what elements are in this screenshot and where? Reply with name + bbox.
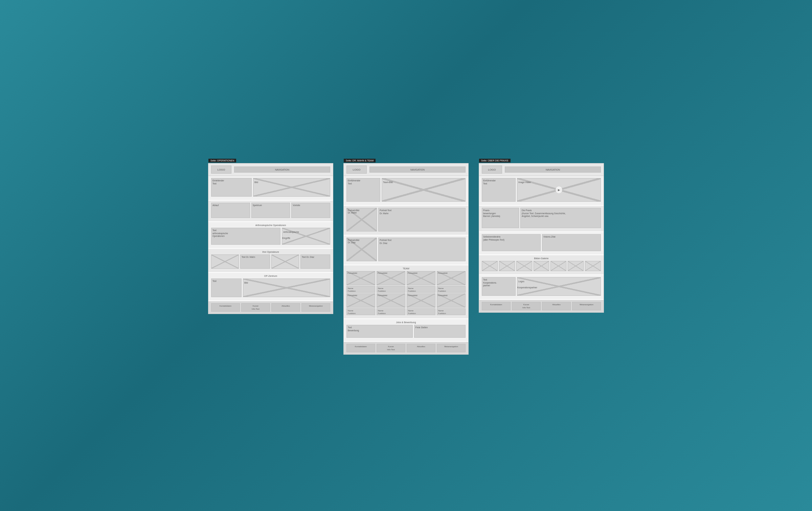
- team-member-5-text: NameFunktion: [346, 308, 375, 315]
- jobs-title: Jobs & Bewerbung: [346, 321, 466, 324]
- footer-aktuelles-3: Aktuelles: [542, 302, 571, 310]
- team-member-3-text: NameFunktion: [407, 286, 435, 293]
- portrait-diaz-text: Portrait-TextDr. Diaz: [378, 238, 466, 261]
- footer-meta-3: Metanavigation: [572, 302, 601, 310]
- arthroskopische-section: Arthroskopische Operationen Textarthrosk…: [208, 222, 333, 248]
- operateure-section: Ihre Operateure Text Dr. Mahn Text Dr. D…: [208, 249, 333, 272]
- nav-1: NAVIGATION: [234, 166, 330, 173]
- wireframe-praxis: Seite: ÜBER DIE PRAXIS LOGO NAVIGATION E…: [479, 163, 604, 313]
- team-bild: Team-Bild: [382, 178, 466, 202]
- op-bild-1: [211, 254, 239, 269]
- praxis-info-section: Praxis-bewertungenBanner (Jameda) Die Pr…: [479, 206, 604, 231]
- galerie-img-2: [499, 261, 515, 271]
- team-member-4-text: NameFunktion: [437, 286, 466, 293]
- footer-kontakt-2: Kontaktdaten: [346, 344, 375, 352]
- visions-text: Visions-Zitat: [542, 234, 601, 251]
- hero-section-3: EinführenderText Image-Video ▶: [479, 176, 604, 205]
- nav-2: NAVIGATION: [369, 166, 466, 173]
- jobs-section: Jobs & Bewerbung TextBewerbung Freie Ste…: [344, 319, 468, 341]
- footer-aktuelles-2: Aktuelles: [407, 344, 435, 352]
- selbst-text: Selbstverständnis(alter Philosopie-Text): [482, 234, 541, 251]
- footer-kontakt-3: Kontaktdaten: [482, 302, 511, 310]
- team-member-2-text: NameFunktion: [377, 286, 405, 293]
- opzentrum-text: Text: [211, 279, 242, 297]
- arthroskopische-title: Arthroskopische Operationen: [211, 224, 330, 226]
- feature-spektrum: Spektrum: [251, 203, 290, 218]
- arthro-image: ArthroskopischeEingriffe: [282, 228, 330, 245]
- opzentrum-title: OP-Zentrum: [211, 275, 330, 277]
- portrait-mahn-text: Portrait-TextDr. Mahn: [378, 208, 466, 231]
- header-1: LOGO NAVIGATION: [208, 163, 333, 176]
- team-member-6-img: Portraitbild: [377, 293, 405, 308]
- feature-vorteile: Vorteile: [291, 203, 330, 218]
- arthro-text: TextarthroskopischeOperationen: [211, 228, 280, 245]
- kooperation-logos: LogosKooperationspartner: [517, 277, 601, 296]
- team-member-2-img: Portraitbild: [377, 271, 405, 285]
- portrait-diaz-img: Portrait-BildDr. Diaz: [346, 238, 377, 261]
- logo-2: LOGO: [346, 165, 367, 174]
- hero-text-2: EinführenderText: [346, 178, 380, 202]
- galerie-img-4: [534, 261, 549, 271]
- galerie-section: Bilder-Galerie: [479, 255, 604, 274]
- team-member-7-img: Portraitbild: [407, 293, 435, 308]
- footer-2: Kontaktdaten KurzerInfo-Text Aktuelles M…: [344, 342, 468, 354]
- wireframe-team: Seite: DR. MAHN & TEAM LOGO NAVIGATION E…: [343, 163, 469, 355]
- jobs-text: TextBewerbung: [346, 325, 413, 338]
- team-member-6-text: NameFunktion: [377, 308, 405, 315]
- play-button[interactable]: ▶: [556, 186, 562, 193]
- feature-ablauf: Ablauf: [211, 203, 250, 218]
- galerie-img-1: [482, 261, 498, 271]
- op-text-diaz: Text Dr. Diaz: [300, 254, 330, 269]
- operateure-title: Ihre Operateure: [211, 251, 330, 253]
- portrait-diaz-section: Portrait-BildDr. Diaz Portrait-TextDr. D…: [344, 236, 468, 265]
- portrait-mahn-img: Portrait-BildDr. Mahn: [346, 208, 377, 231]
- footer-meta-1: Metanavigation: [301, 303, 330, 312]
- video-box[interactable]: Image-Video ▶: [517, 178, 601, 202]
- footer-info-3: KurzerInfo-Text: [512, 302, 541, 310]
- jobs-stellen: Freie Stellen: [414, 325, 466, 338]
- hero-section-1: EinleitenderText Bild: [208, 176, 333, 200]
- footer-kontakt-1: Kontaktdaten: [211, 303, 240, 312]
- vision-section: Selbstverständnis(alter Philosopie-Text)…: [479, 232, 604, 254]
- team-member-8-img: Portraitbild: [437, 293, 466, 308]
- footer-info-1: KurzerInfo-Text: [241, 303, 270, 312]
- nav-3: NAVIGATION: [505, 166, 601, 173]
- op-text-mahn: Text Dr. Mahn: [240, 254, 270, 269]
- logo-1: LOGO: [211, 165, 231, 174]
- hero-text-1: EinleitenderText: [211, 178, 252, 197]
- team-section: TEAM Portraitbild NameFunktion Portraitb…: [344, 265, 468, 318]
- page-label-2: Seite: DR. MAHN & TEAM: [344, 159, 376, 162]
- team-member-8-text: NameFunktion: [437, 308, 466, 315]
- team-member-4-img: Portraitbild: [437, 271, 466, 285]
- team-member-1-text: NameFunktion: [346, 286, 375, 293]
- team-member-7-text: NameFunktion: [407, 308, 435, 315]
- galerie-img-7: [585, 261, 601, 271]
- opzentrum-image: Bild: [243, 279, 330, 297]
- praxis-beschreibung: Die Praxis(Kurzer Text: Zusammenfassung …: [520, 208, 601, 228]
- footer-3: Kontaktdaten KurzerInfo-Text Aktuelles M…: [479, 300, 604, 312]
- wireframes-container: Seite: OPERATIONEN LOGO NAVIGATION Einle…: [208, 156, 604, 355]
- footer-meta-2: Metanavigation: [437, 344, 466, 352]
- footer-aktuelles-1: Aktuelles: [271, 303, 300, 312]
- portrait-mahn-section: Portrait-BildDr. Mahn Portrait-TextDr. M…: [344, 206, 468, 235]
- opzentrum-section: OP-Zentrum Text Bild: [208, 273, 333, 301]
- hero-text-3: EinführenderText: [482, 178, 516, 202]
- wireframe-operationen: Seite: OPERATIONEN LOGO NAVIGATION Einle…: [208, 163, 333, 314]
- galerie-img-6: [568, 261, 584, 271]
- team-title: TEAM: [346, 267, 466, 270]
- page-label-3: Seite: ÜBER DIE PRAXIS: [479, 159, 511, 162]
- features-section: Ablauf Spektrum Vorteile: [208, 201, 333, 221]
- galerie-img-3: [516, 261, 532, 271]
- hero-image-1: Bild: [253, 178, 330, 197]
- kooperation-section: TextKooperations-partner LogosKooperatio…: [479, 275, 604, 299]
- praxis-bewertungen: Praxis-bewertungenBanner (Jameda): [482, 208, 519, 228]
- footer-info-2: KurzerInfo-Text: [377, 344, 405, 352]
- page-label-1: Seite: OPERATIONEN: [208, 159, 236, 162]
- op-bild-2: [271, 254, 299, 269]
- galerie-img-5: [550, 261, 566, 271]
- logo-3: LOGO: [482, 165, 502, 174]
- footer-1: Kontaktdaten KurzerInfo-Text Aktuelles M…: [208, 301, 333, 314]
- team-member-5-img: Portraitbild: [346, 293, 375, 308]
- kooperation-text: TextKooperations-partner: [482, 277, 516, 296]
- team-member-3-img: Portraitbild: [407, 271, 435, 285]
